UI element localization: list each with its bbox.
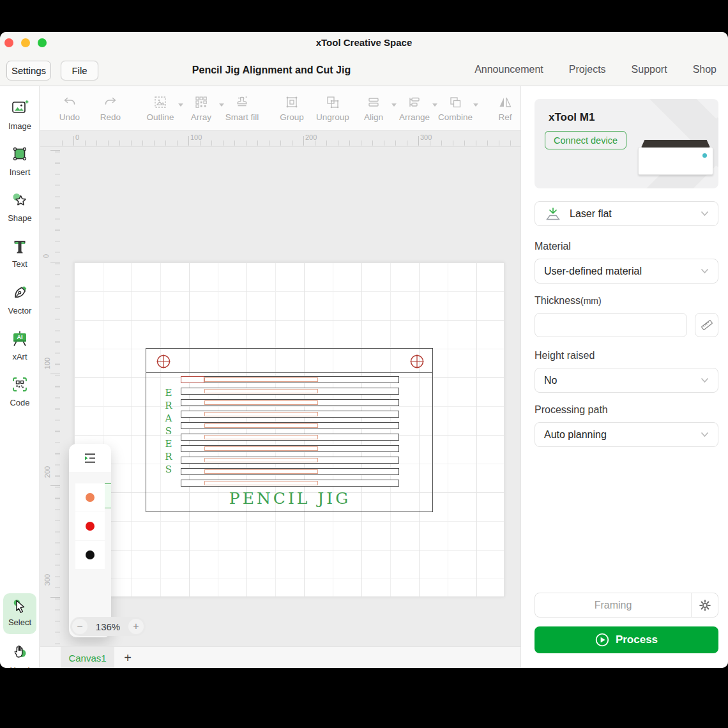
pencil-slot[interactable] [181,388,399,395]
canvas-tab-bar: Canvas1 + [40,646,520,668]
redo-button[interactable]: Redo [90,95,131,122]
layer-list-icon [83,453,97,464]
framing-settings-button[interactable] [692,593,718,617]
sidebar-item-insert[interactable]: Insert [0,145,40,177]
registration-mark-right[interactable] [409,353,425,370]
process-button[interactable]: Process [535,626,718,653]
processing-panel: xTool M1 Connect device Laser flat [520,86,728,668]
sidebar-item-image[interactable]: Image [0,99,40,131]
zoom-out-button[interactable]: − [72,619,87,634]
undo-button[interactable]: Undo [49,95,90,122]
connect-device-button[interactable]: Connect device [545,131,626,149]
material-label: Material [535,241,571,252]
nav-announcement[interactable]: Announcement [474,64,543,75]
text-icon [11,237,29,255]
inner-slot-rect[interactable] [204,481,318,485]
pencil-slot[interactable] [181,422,399,429]
processing-path-select[interactable]: Auto planning [535,422,718,447]
palette-list [75,483,105,570]
palette-header[interactable] [69,444,111,472]
inner-slot-rect[interactable] [204,469,318,474]
inner-slot-rect[interactable] [204,412,318,416]
erasers-vertical-text[interactable]: ERASERS [163,387,174,476]
inner-slot-rect[interactable] [204,435,318,439]
sidebar-item-shape[interactable]: Shape [0,191,40,223]
material-select[interactable]: User-defined material [535,259,718,284]
align-button[interactable]: Align [353,95,394,122]
pencil-slot[interactable] [181,457,399,464]
pencil-slot[interactable] [181,480,399,487]
gear-icon [699,599,711,612]
nav-shop[interactable]: Shop [693,64,717,75]
shape-icon [11,191,29,209]
measure-thickness-button[interactable] [695,313,718,337]
inner-slot-rect[interactable] [204,377,318,382]
pencil-slot[interactable] [181,399,399,406]
pencil-slot[interactable] [181,376,399,383]
inner-slot-rect[interactable] [204,389,318,393]
zoom-level: 136% [96,621,120,632]
hand-tool[interactable]: Hand [0,643,40,668]
swatch-dot [86,522,95,531]
combine-dropdown-caret[interactable] [473,103,478,107]
pencil-jig-text[interactable]: PENCIL JIG [181,489,399,508]
image-icon [11,99,29,117]
sidebar-item-vector[interactable]: Vector [0,284,40,315]
pencil-slot[interactable] [181,434,399,441]
thickness-label: Thickness(mm) [535,295,602,307]
ungroup-button[interactable]: Ungroup [312,95,353,122]
inner-slot-rect[interactable] [204,400,318,405]
outline-button[interactable]: Outline [140,95,181,122]
jig-divider-line[interactable] [146,372,433,373]
pencil-slot[interactable] [181,445,399,452]
tab-canvas1[interactable]: Canvas1 [61,647,114,668]
screenshot: xTool Creative Space Settings File Penci… [0,0,728,728]
align-icon [366,95,381,110]
layer-color-palette [69,444,111,637]
material-value: User-defined material [544,266,642,277]
array-button[interactable]: Array [181,95,222,122]
edit-toolbar: Undo Redo Outline [40,86,520,131]
reflect-button[interactable]: Ref [485,95,520,122]
process-button-label: Process [616,633,658,646]
color-swatch[interactable] [75,541,105,569]
file-button[interactable]: File [61,61,98,80]
framing-control: Framing [535,593,718,618]
settings-button[interactable]: Settings [6,61,51,80]
height-raised-select[interactable]: No [535,368,718,393]
combine-button[interactable]: Combine [435,95,476,122]
tool-sidebar: Image Insert Shape [0,86,40,668]
inner-slot-rect[interactable] [204,458,318,462]
nav-projects[interactable]: Projects [569,64,606,75]
zoom-in-button[interactable]: + [128,619,144,634]
height-raised-value: No [544,375,557,386]
arrange-button[interactable]: Arrange [394,95,435,122]
color-swatch[interactable] [75,512,105,540]
device-card: xTool M1 Connect device [535,99,718,188]
smart-fill-button[interactable]: Smart fill [222,95,262,122]
thickness-input[interactable] [535,313,687,337]
ruler-vertical: 0 100 200 300 [40,147,61,668]
select-cursor-icon [11,598,29,616]
zoom-control: − 136% + [70,617,146,636]
group-button[interactable]: Group [271,95,312,122]
framing-button[interactable]: Framing [535,593,691,617]
processing-mode-select[interactable]: Laser flat [535,201,718,226]
pencil-slot[interactable] [181,468,399,475]
group-icon [284,95,300,110]
laser-flat-icon [544,206,562,222]
registration-mark-left[interactable] [155,353,172,370]
sidebar-item-code[interactable]: Code [0,375,40,407]
color-swatch[interactable] [75,483,105,512]
sidebar-item-xart[interactable]: AI xArt [0,330,40,361]
sidebar-item-text[interactable]: Text [0,237,40,269]
xart-icon: AI [11,330,29,347]
nav-support[interactable]: Support [632,64,667,75]
select-tool[interactable]: Select [3,593,36,634]
inner-slot-rect[interactable] [204,423,318,428]
inner-slot-rect[interactable] [204,446,318,451]
pencil-slot[interactable] [181,411,399,418]
lead-slot-rect[interactable] [181,376,204,383]
add-canvas-button[interactable]: + [118,647,137,668]
slot-rows[interactable] [181,376,399,491]
